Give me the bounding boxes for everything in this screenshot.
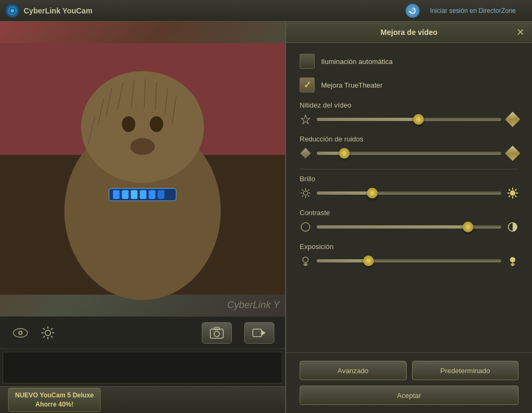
app-logo [5,4,19,18]
exposure-label: Exposición [300,243,519,251]
text-area-container [0,348,285,386]
svg-rect-21 [148,190,155,199]
svg-point-45 [303,191,308,195]
camera-placeholder: CyberLink Y [0,22,285,316]
svg-line-62 [509,196,510,197]
settings-button[interactable] [38,323,58,343]
svg-point-63 [301,223,310,231]
exposure-max-icon [507,255,519,267]
auto-illumination-checkbox[interactable] [300,54,315,69]
noise-reduction-slider[interactable] [317,152,501,155]
promo-line2: Ahorre 40%! [15,400,94,409]
exposure-section: Exposición [300,243,519,267]
brightness-row [300,187,519,199]
promo-badge[interactable]: NUEVO YouCam 5 Deluxe Ahorre 40%! [8,388,101,412]
svg-point-69 [510,257,515,262]
dialog-footer: Avanzado Predeterminado Aceptar [286,352,532,413]
svg-line-53 [302,195,303,196]
svg-line-61 [515,189,517,191]
main-content: CyberLink Y [0,22,532,413]
noise-min-icon [300,147,311,159]
video-sharpness-slider[interactable] [317,118,501,121]
app-window: CyberLink YouCam Iniciar sesión en Direc… [0,0,532,413]
title-bar: CyberLink YouCam Iniciar sesión en Direc… [0,0,532,22]
sharpness-max-icon [507,113,519,125]
svg-marker-43 [261,330,266,336]
contrast-fill [317,225,468,229]
video-sharpness-section: Nitidez del vídeo [300,101,519,125]
svg-line-36 [51,336,53,337]
auto-illumination-label: Iluminación automática [321,58,393,66]
svg-point-29 [19,332,22,334]
video-sharpness-label: Nitidez del vídeo [300,101,519,109]
advanced-button[interactable]: Avanzado [300,361,407,380]
footer-buttons: Avanzado Predeterminado [300,361,519,380]
video-sharpness-row [300,113,519,125]
svg-point-65 [303,257,308,262]
contrast-thumb[interactable] [463,222,473,232]
svg-rect-19 [131,190,137,199]
noise-reduction-label: Reducción de ruidos [300,135,519,143]
svg-rect-41 [214,327,219,330]
left-panel: CyberLink Y [0,22,285,413]
svg-rect-18 [122,190,129,199]
true-theater-label: Mejora TrueTheater [321,81,382,89]
svg-line-37 [51,328,53,330]
camera-view: CyberLink Y [0,22,285,316]
noise-max-icon [507,147,519,159]
svg-rect-20 [140,190,146,199]
contrast-label: Contraste [300,209,519,217]
exposure-slider[interactable] [317,259,501,262]
contrast-min-icon [300,221,311,233]
svg-point-40 [214,331,219,337]
brightness-section: Brillo [300,175,519,199]
svg-line-35 [43,328,45,330]
dialog-body: Iluminación automática ✓ Mejora TrueThea… [286,43,532,352]
dialog-title-bar: Mejora de vídeo ✕ [286,22,532,43]
text-input[interactable] [3,352,282,383]
auto-illumination-row: Iluminación automática [300,54,519,69]
true-theater-checkbox[interactable]: ✓ [300,77,315,92]
svg-point-24 [122,116,136,132]
svg-line-50 [302,190,303,191]
checkmark-icon: ✓ [303,79,311,91]
svg-line-60 [515,196,517,197]
svg-line-52 [308,190,309,191]
separator-1 [300,169,519,169]
svg-line-38 [43,336,45,337]
update-button[interactable] [406,4,420,18]
record-button[interactable] [244,322,274,344]
svg-rect-22 [158,190,164,199]
dialog-title: Mejora de vídeo [381,28,438,37]
svg-rect-42 [253,329,261,337]
true-theater-row: ✓ Mejora TrueTheater [300,77,519,92]
svg-line-59 [509,189,510,191]
dialog-close-button[interactable]: ✕ [514,26,527,39]
exposure-min-icon [300,255,311,267]
accept-button[interactable]: Aceptar [300,386,519,405]
exposure-thumb[interactable] [363,255,374,266]
promo-line1: NUEVO YouCam 5 Deluxe [15,391,94,400]
brightness-min-icon [300,187,311,199]
svg-point-26 [130,138,155,155]
login-link[interactable]: Iniciar sesión en DirectorZone [430,7,516,15]
contrast-row [300,221,519,233]
svg-rect-17 [113,190,119,199]
noise-reduction-section: Reducción de ruidos [300,135,519,159]
svg-marker-44 [301,115,310,124]
svg-point-1 [11,9,14,12]
svg-point-54 [510,190,515,196]
default-button[interactable]: Predeterminado [412,361,519,380]
sharpness-min-icon [300,113,311,125]
brightness-thumb[interactable] [367,188,378,198]
promo-bar: NUEVO YouCam 5 Deluxe Ahorre 40%! [0,386,285,413]
noise-thumb[interactable] [339,148,350,159]
capture-button[interactable] [202,322,232,344]
brightness-max-icon [507,187,519,199]
preview-button[interactable] [11,323,30,343]
controls-bar [0,316,285,348]
contrast-slider[interactable] [317,225,501,229]
brightness-slider[interactable] [317,191,501,195]
sharpness-thumb[interactable] [413,114,424,125]
brightness-fill [317,191,372,195]
